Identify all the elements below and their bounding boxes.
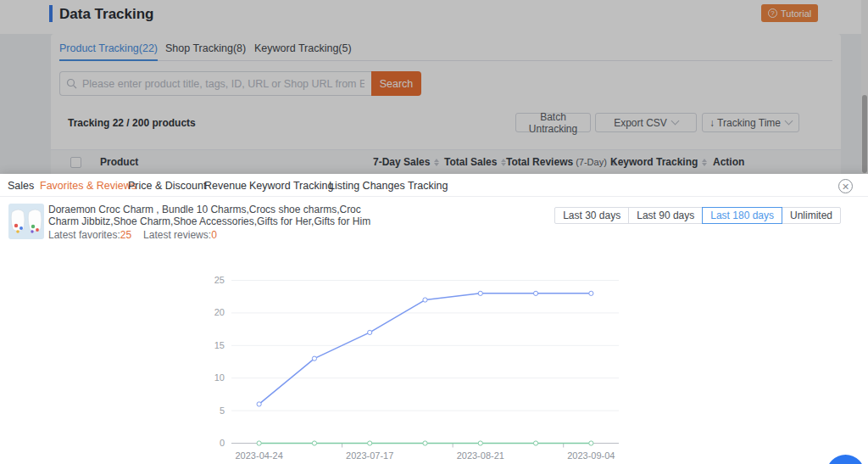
range-last-30-days[interactable]: Last 30 days xyxy=(554,207,629,224)
drawer-tab-revenue[interactable]: Revenue xyxy=(204,180,247,192)
range-unlimited[interactable]: Unlimited xyxy=(782,207,841,224)
latest-reviews-value: 0 xyxy=(211,229,217,241)
drawer-tab-sales[interactable]: Sales xyxy=(8,180,34,192)
product-title: Doraemon Croc Charm , Bundle 10 Charms,C… xyxy=(48,204,389,227)
svg-text:25: 25 xyxy=(214,275,225,285)
svg-text:15: 15 xyxy=(214,340,225,350)
svg-text:2023-04-24: 2023-04-24 xyxy=(236,450,283,461)
latest-favorites-label: Latest favorites: xyxy=(48,229,120,241)
drawer-tab-price-discount[interactable]: Price & Discount xyxy=(128,180,206,192)
product-detail-drawer: Sales Favorites & Reviews Price & Discou… xyxy=(0,174,868,464)
svg-text:10: 10 xyxy=(214,372,225,383)
drawer-tab-listing-changes[interactable]: Listing Changes Tracking xyxy=(329,180,448,192)
product-stats: Latest favorites:25Latest reviews:0 xyxy=(48,229,217,241)
latest-favorites-value: 25 xyxy=(120,229,131,241)
svg-text:5: 5 xyxy=(220,405,225,416)
drawer-tab-favorites-reviews[interactable]: Favorites & Reviews xyxy=(40,180,136,192)
favorites-reviews-chart: 05101520252023-04-242023-07-172023-08-21… xyxy=(203,267,627,464)
date-range-group: Last 30 days Last 90 days Last 180 days … xyxy=(554,207,841,224)
close-icon[interactable]: ✕ xyxy=(838,179,853,193)
range-last-90-days[interactable]: Last 90 days xyxy=(628,207,703,224)
drawer-tab-keyword-tracking[interactable]: Keyword Tracking xyxy=(249,180,333,192)
range-last-180-days[interactable]: Last 180 days xyxy=(702,207,782,224)
svg-text:2023-09-04: 2023-09-04 xyxy=(567,450,615,461)
svg-text:2023-07-17: 2023-07-17 xyxy=(346,450,393,461)
latest-reviews-label: Latest reviews: xyxy=(143,229,211,241)
svg-text:2023-08-21: 2023-08-21 xyxy=(457,450,504,461)
product-image xyxy=(8,204,44,239)
svg-text:20: 20 xyxy=(214,307,225,317)
svg-text:0: 0 xyxy=(220,438,225,448)
drawer-tab-bar: Sales Favorites & Reviews Price & Discou… xyxy=(0,174,868,197)
